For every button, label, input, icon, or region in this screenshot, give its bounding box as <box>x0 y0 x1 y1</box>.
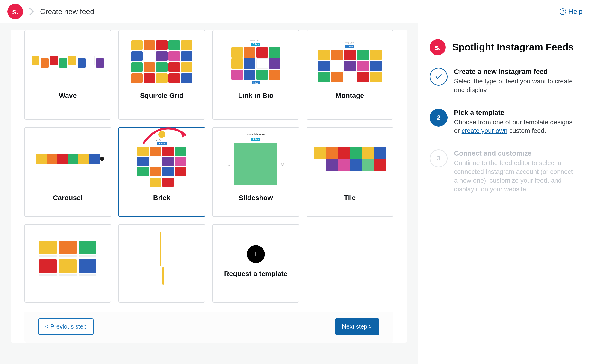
previous-step-button[interactable]: < Previous step <box>38 318 93 335</box>
step-complete-icon <box>430 68 448 86</box>
step-3: 3 Connect and customize Continue to the … <box>430 150 578 193</box>
template-label: Montage <box>336 92 364 99</box>
template-preview <box>119 225 205 289</box>
linkinbio-tiles <box>231 47 280 80</box>
template-label: Wave <box>59 92 77 99</box>
step-body: Select the type of feed you want to crea… <box>454 77 578 94</box>
main-layout: Wave Squircle Grid <box>0 24 590 364</box>
template-card-montage[interactable]: spotlight_demo Follow Montage <box>306 30 393 120</box>
template-label: Squircle Grid <box>140 92 183 99</box>
create-your-own-link[interactable]: create your own <box>462 127 508 134</box>
right-sidebar: s. Spotlight Instagram Feeds Create a ne… <box>418 24 590 364</box>
template-preview: @spotlight_demo Follow <box>213 128 299 187</box>
template-card-tile[interactable]: Tile <box>306 127 393 217</box>
template-preview: › <box>25 128 111 187</box>
step-body: Choose from one of our template designs … <box>454 118 578 135</box>
next-step-button[interactable]: Next step > <box>335 318 379 335</box>
sidebar-title: Spotlight Instagram Feeds <box>452 42 574 53</box>
template-card-link-in-bio[interactable]: spotlight_demo Follow Load Link in Bio <box>212 30 299 120</box>
wizard-footer: < Previous step Next step > <box>24 312 393 343</box>
template-card-wave[interactable]: Wave <box>24 30 111 120</box>
template-preview <box>25 225 111 289</box>
template-label: Brick <box>153 194 170 202</box>
template-card-squircle-grid[interactable]: Squircle Grid <box>119 30 205 120</box>
step-1: Create a new Instagram feed Select the t… <box>430 68 578 94</box>
template-label: Slideshow <box>239 194 273 202</box>
template-preview: spotlight_demo Follow Load <box>213 30 299 90</box>
template-preview: + Request a template <box>213 225 299 289</box>
step-title: Connect and customize <box>454 150 578 157</box>
follow-pill-icon: Follow <box>251 138 261 141</box>
step-active-indicator: 2 <box>430 109 448 127</box>
template-preview: spotlight_demo Follow <box>307 30 393 90</box>
breadcrumb: s. Create new feed <box>7 4 94 19</box>
template-card-slideshow[interactable]: @spotlight_demo Follow Slideshow <box>212 127 299 217</box>
avatar-icon <box>158 131 165 138</box>
follow-pill-icon: Follow <box>157 142 167 145</box>
wave-tiles <box>32 57 104 66</box>
pill-button-icon: Follow <box>345 45 355 48</box>
sidebar-logo: s. <box>430 39 446 55</box>
carousel-next-icon: › <box>100 157 104 161</box>
template-preview: spotlight_demo Follow <box>119 128 205 187</box>
help-label: Help <box>568 8 583 15</box>
step-title: Create a new Instagram feed <box>454 68 578 76</box>
slideshow-next-icon <box>281 163 284 166</box>
template-grid: Wave Squircle Grid <box>24 30 393 312</box>
squircle-tiles <box>131 40 192 83</box>
pill-button-icon: Follow <box>251 43 261 46</box>
step-body: Continue to the feed editor to select a … <box>454 159 578 193</box>
brick-tiles <box>137 147 186 176</box>
template-label: Link in Bio <box>238 92 273 99</box>
masonry-tiles <box>160 232 164 285</box>
sidebar-header: s. Spotlight Instagram Feeds <box>430 39 578 55</box>
slideshow-prev-icon <box>228 163 231 166</box>
help-icon: ? <box>560 8 566 15</box>
template-label: Carousel <box>53 194 82 202</box>
load-more-icon: Load <box>252 81 260 84</box>
step-future-indicator: 3 <box>430 150 448 167</box>
help-link[interactable]: ? Help <box>560 8 583 15</box>
template-card-carousel[interactable]: › Carousel <box>24 127 111 217</box>
montage-tiles <box>318 50 382 82</box>
left-panel: Wave Squircle Grid <box>0 24 418 364</box>
step-title: Pick a template <box>454 109 578 117</box>
template-card-gallery-cards[interactable] <box>24 224 111 303</box>
template-preview <box>307 128 393 187</box>
template-preview <box>25 30 111 90</box>
carousel-tiles <box>36 154 99 164</box>
template-card-masonry[interactable] <box>119 224 205 303</box>
template-preview <box>119 30 205 90</box>
request-template-label: Request a template <box>224 270 287 278</box>
tile-tiles <box>314 147 386 171</box>
template-picker-stage: Wave Squircle Grid <box>11 30 407 343</box>
slideshow-image <box>234 143 278 185</box>
template-card-brick[interactable]: spotlight_demo Follow <box>119 127 205 217</box>
template-label: Tile <box>344 194 356 202</box>
step-2: 2 Pick a template Choose from one of our… <box>430 109 578 135</box>
page-title: Create new feed <box>40 7 94 16</box>
plus-icon: + <box>247 245 265 263</box>
gallery-cards-tiles <box>39 240 96 276</box>
step-body-post: custom feed. <box>508 127 546 134</box>
template-card-request[interactable]: + Request a template <box>212 224 299 303</box>
chevron-right-icon <box>29 8 34 15</box>
top-bar: s. Create new feed ? Help <box>0 0 590 24</box>
app-logo[interactable]: s. <box>7 4 23 19</box>
